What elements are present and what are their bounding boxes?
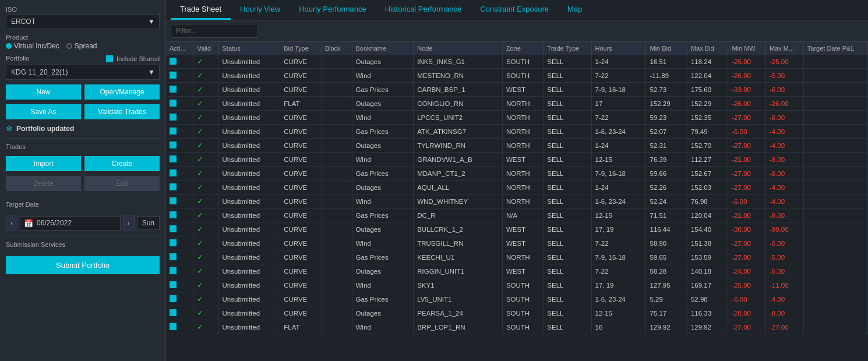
date-input-wrap[interactable]: 📅 06/26/2022 <box>20 216 121 231</box>
table-row: ✓UnsubmittedCURVEGas PricesMDANP_CT1_2NO… <box>166 167 868 180</box>
valid-cell: ✓ <box>193 97 218 111</box>
action-square-icon <box>170 128 177 135</box>
min-mw-cell: -26.00 <box>728 69 766 83</box>
date-next-button[interactable]: › <box>123 215 135 231</box>
validate-trades-button[interactable]: Validate Trades <box>84 104 160 119</box>
delete-button[interactable]: Delete <box>6 176 81 191</box>
checkmark-icon: ✓ <box>197 71 203 80</box>
max-mw-cell: -6.00 <box>765 83 803 97</box>
action-cell[interactable] <box>166 111 193 125</box>
action-cell[interactable] <box>166 83 193 97</box>
valid-cell: ✓ <box>193 264 218 278</box>
table-header-row: Acti... Valid Status Bid Type Block Book… <box>166 42 868 55</box>
filter-input[interactable] <box>171 24 258 38</box>
action-cell[interactable] <box>166 208 193 222</box>
min-mw-cell: -27.00 <box>728 250 766 264</box>
action-square-icon <box>170 86 177 93</box>
checkmark-icon: ✓ <box>197 253 203 261</box>
action-square-icon <box>170 211 177 218</box>
action-cell[interactable] <box>166 292 193 306</box>
import-button[interactable]: Import <box>6 156 81 171</box>
table-row: ✓UnsubmittedCURVEOutagesBULLCRK_1_2WESTS… <box>166 222 868 236</box>
valid-cell: ✓ <box>193 222 218 236</box>
max-mw-cell: -11.00 <box>765 278 803 292</box>
action-cell[interactable] <box>166 250 193 264</box>
action-cell[interactable] <box>166 153 193 167</box>
min-mw-cell: -20.00 <box>728 306 766 320</box>
tab-hourly-performance[interactable]: Hourly Performance <box>290 0 376 20</box>
product-spread[interactable]: Spread <box>66 42 97 50</box>
action-cell[interactable] <box>166 320 193 334</box>
include-shared-checkbox[interactable] <box>106 55 113 62</box>
valid-cell: ✓ <box>193 55 218 69</box>
create-button[interactable]: Create <box>84 156 160 171</box>
min-mw-cell: -24.00 <box>728 264 766 278</box>
valid-cell: ✓ <box>193 250 218 264</box>
checkmark-icon: ✓ <box>197 323 203 331</box>
max-mw-cell: -4.00 <box>765 180 803 194</box>
max-mw-cell: -6.00 <box>765 236 803 250</box>
table-row: ✓UnsubmittedCURVEOutagesAQUI_ALLNORTHSEL… <box>166 180 868 194</box>
trade-table: Acti... Valid Status Bid Type Block Book… <box>166 42 868 334</box>
checkmark-icon: ✓ <box>197 169 203 178</box>
save-as-button[interactable]: Save As <box>6 104 81 119</box>
max-mw-cell: -8.00 <box>765 153 803 167</box>
portfolio-select[interactable]: KDG 11_20_22(1) <box>6 65 160 80</box>
checkmark-icon: ✓ <box>197 127 203 136</box>
portfolio-updated-banner: ❄ Portfolio updated <box>6 124 160 133</box>
tab-hourly-view[interactable]: Hourly View <box>231 0 290 20</box>
valid-cell: ✓ <box>193 208 218 222</box>
edit-button[interactable]: Edit <box>84 176 160 191</box>
product-virtual-inc-dec[interactable]: Virtual Inc/Dec <box>6 42 59 50</box>
table-row: ✓UnsubmittedCURVEOutagesRIGGIN_UNIT1WEST… <box>166 264 868 278</box>
product-options: Virtual Inc/Dec Spread <box>6 42 160 50</box>
action-cell[interactable] <box>166 222 193 236</box>
action-cell[interactable] <box>166 139 193 153</box>
max-mw-cell: -6.00 <box>765 264 803 278</box>
action-cell[interactable] <box>166 167 193 180</box>
action-cell[interactable] <box>166 180 193 194</box>
tab-map[interactable]: Map <box>558 0 591 20</box>
action-cell[interactable] <box>166 125 193 139</box>
table-row: ✓UnsubmittedCURVEGas PricesCARBN_BSP_1WE… <box>166 83 868 97</box>
tab-trade-sheet[interactable]: Trade Sheet <box>171 0 231 20</box>
max-mw-cell: -6.00 <box>765 111 803 125</box>
valid-cell: ✓ <box>193 194 218 208</box>
portfolio-actions-row2: Save As Validate Trades <box>6 104 160 119</box>
valid-cell: ✓ <box>193 167 218 180</box>
max-mw-cell: -8.00 <box>765 306 803 320</box>
action-square-icon <box>170 114 177 121</box>
action-cell[interactable] <box>166 306 193 320</box>
col-header-bookname: Bookname <box>352 42 414 55</box>
action-square-icon <box>170 253 177 260</box>
day-of-week: Sun <box>137 216 160 230</box>
col-header-block: Block <box>321 42 352 55</box>
new-button[interactable]: New <box>6 84 81 100</box>
iso-select[interactable]: ERCOT <box>6 14 160 29</box>
col-header-tradetype: Trade Type <box>544 42 591 55</box>
col-header-minmw: Min MW <box>728 42 766 55</box>
min-mw-cell: -27.00 <box>728 320 766 334</box>
action-cell[interactable] <box>166 55 193 69</box>
snowflake-icon: ❄ <box>6 124 13 133</box>
action-cell[interactable] <box>166 97 193 111</box>
open-manage-button[interactable]: Open/Manage <box>84 84 160 100</box>
col-header-hours: Hours <box>591 42 646 55</box>
col-header-bidtype: Bid Type <box>280 42 321 55</box>
date-prev-button[interactable]: ‹ <box>6 215 17 231</box>
tab-constraint-exposure[interactable]: Constraint Exposure <box>471 0 558 20</box>
min-mw-cell: -30.00 <box>728 222 766 236</box>
radio-empty-icon <box>66 43 72 49</box>
action-cell[interactable] <box>166 278 193 292</box>
action-cell[interactable] <box>166 236 193 250</box>
checkmark-icon: ✓ <box>197 113 203 122</box>
tab-historical-performance[interactable]: Historical Performance <box>376 0 471 20</box>
target-date-label: Target Date <box>6 196 160 208</box>
action-cell[interactable] <box>166 194 193 208</box>
action-cell[interactable] <box>166 69 193 83</box>
col-header-zone: Zone <box>502 42 543 55</box>
max-mw-cell: -8.00 <box>765 208 803 222</box>
submit-portfolio-button[interactable]: Submit Portfolio <box>6 256 160 274</box>
table-row: ✓UnsubmittedCURVEWindWND_WHITNEYNORTHSEL… <box>166 194 868 208</box>
action-cell[interactable] <box>166 264 193 278</box>
